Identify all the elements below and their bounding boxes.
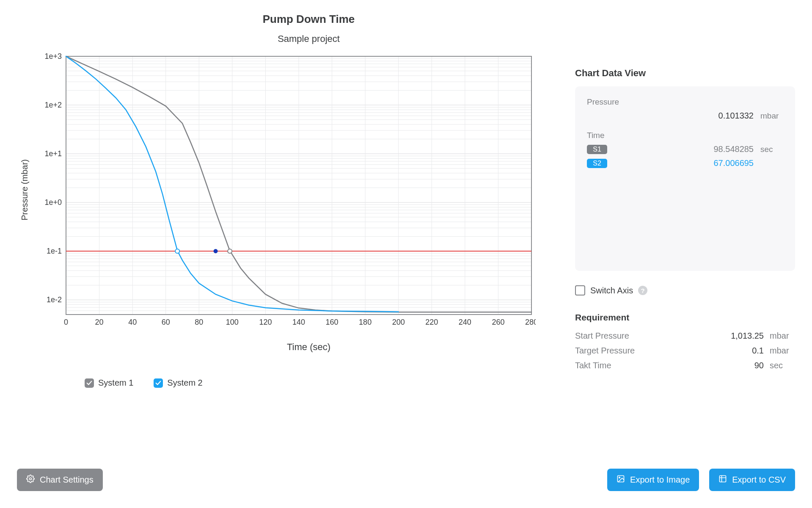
y-axis-label-wrap: Pressure (mbar): [17, 52, 32, 327]
y-tick-label: 1e+2: [44, 101, 62, 109]
x-tick-label: 20: [95, 318, 104, 326]
svg-rect-68: [720, 476, 726, 482]
action-bar: Chart Settings Export to Image Export to…: [17, 452, 795, 508]
x-tick-label: 40: [128, 318, 137, 326]
req-start-pressure-value: 1,013.25: [629, 331, 764, 341]
x-tick-label: 80: [195, 318, 203, 326]
chart-subtitle: Sample project: [17, 33, 558, 44]
legend-label-system2: System 2: [167, 378, 202, 388]
req-takt-time-label: Takt Time: [575, 361, 611, 370]
x-tick-label: 240: [459, 318, 471, 326]
export-image-button[interactable]: Export to Image: [607, 469, 699, 491]
export-image-label: Export to Image: [630, 475, 690, 485]
chart-settings-button[interactable]: Chart Settings: [17, 469, 103, 491]
s2-badge: S2: [587, 159, 607, 168]
export-buttons: Export to Image Export to CSV: [607, 469, 795, 491]
requirement-heading: Requirement: [575, 312, 795, 323]
switch-axis-checkbox[interactable]: [575, 285, 585, 295]
image-icon: [617, 475, 625, 485]
side-column: Chart Data View Pressure 0.101332 mbar T…: [575, 13, 795, 452]
x-axis-label: Time (sec): [17, 342, 558, 353]
s1-time-unit: sec: [760, 145, 783, 154]
s1-badge: S1: [587, 145, 607, 154]
time-label: Time: [587, 131, 783, 140]
x-tick-label: 280: [525, 318, 536, 326]
y-tick-label: 1e-1: [47, 247, 62, 255]
x-tick-label: 100: [226, 318, 239, 326]
app-root: Pump Down Time Sample project Pressure (…: [17, 13, 795, 508]
help-icon[interactable]: ?: [638, 286, 647, 295]
chart-settings-label: Chart Settings: [40, 475, 94, 485]
time-row-s1: S1 98.548285 sec: [587, 144, 783, 154]
s1-time-value: 98.548285: [614, 144, 754, 154]
checkbox-system1[interactable]: [85, 378, 94, 388]
chart-frame: Pressure (mbar) 1e+31e+21e+11e+01e-11e-2…: [17, 52, 558, 327]
y-tick-label: 1e+1: [44, 149, 62, 158]
legend-label-system1: System 1: [98, 378, 133, 388]
x-tick-label: 0: [64, 318, 68, 326]
pressure-label: Pressure: [587, 97, 783, 107]
pump-down-chart[interactable]: 1e+31e+21e+11e+01e-11e-20204060801001201…: [32, 52, 536, 327]
top-area: Pump Down Time Sample project Pressure (…: [17, 13, 795, 452]
series-1-marker: [228, 249, 232, 253]
export-csv-button[interactable]: Export to CSV: [709, 469, 795, 491]
legend-item-system2[interactable]: System 2: [154, 378, 202, 388]
plot-wrap: 1e+31e+21e+11e+01e-11e-20204060801001201…: [32, 52, 558, 327]
pressure-row: 0.101332 mbar: [587, 111, 783, 121]
table-icon: [718, 475, 727, 485]
x-tick-label: 160: [326, 318, 339, 326]
req-takt-time: Takt Time 90 sec: [575, 358, 795, 373]
x-tick-label: 180: [359, 318, 372, 326]
req-target-pressure-unit: mbar: [770, 346, 795, 356]
x-tick-label: 140: [292, 318, 305, 326]
svg-point-65: [30, 478, 32, 480]
req-start-pressure-label: Start Pressure: [575, 331, 629, 341]
x-tick-label: 220: [425, 318, 438, 326]
y-tick-label: 1e+0: [44, 198, 62, 207]
req-target-pressure-label: Target Pressure: [575, 346, 635, 356]
x-tick-label: 260: [492, 318, 504, 326]
checkbox-system2[interactable]: [154, 378, 163, 388]
gear-icon: [26, 475, 35, 485]
legend: System 1 System 2: [17, 378, 558, 388]
series-2-marker: [175, 249, 179, 253]
x-tick-label: 60: [162, 318, 170, 326]
y-tick-label: 1e-2: [47, 295, 62, 304]
pressure-value: 0.101332: [610, 111, 754, 121]
time-row-s2: S2 67.006695: [587, 158, 783, 168]
req-start-pressure: Start Pressure 1,013.25 mbar: [575, 329, 795, 343]
data-view-panel: Pressure 0.101332 mbar Time S1 98.548285…: [575, 86, 795, 271]
req-start-pressure-unit: mbar: [770, 331, 795, 341]
takt-time-marker: [214, 249, 218, 253]
chart-data-view-heading: Chart Data View: [575, 68, 795, 79]
legend-item-system1[interactable]: System 1: [85, 378, 133, 388]
chart-title: Pump Down Time: [17, 13, 558, 26]
y-tick-label: 1e+3: [44, 52, 62, 61]
req-takt-time-unit: sec: [770, 361, 795, 370]
req-target-pressure-value: 0.1: [635, 346, 764, 356]
req-target-pressure: Target Pressure 0.1 mbar: [575, 343, 795, 358]
switch-axis-row[interactable]: Switch Axis ?: [575, 285, 795, 295]
pressure-unit: mbar: [760, 111, 783, 121]
chart-column: Pump Down Time Sample project Pressure (…: [17, 13, 558, 452]
export-csv-label: Export to CSV: [732, 475, 786, 485]
switch-axis-label: Switch Axis: [590, 286, 633, 295]
req-takt-time-value: 90: [611, 361, 764, 370]
x-tick-label: 120: [259, 318, 272, 326]
svg-point-67: [619, 477, 620, 478]
s2-time-value: 67.006695: [614, 158, 754, 168]
y-axis-label: Pressure (mbar): [20, 159, 30, 220]
x-tick-label: 200: [392, 318, 405, 326]
